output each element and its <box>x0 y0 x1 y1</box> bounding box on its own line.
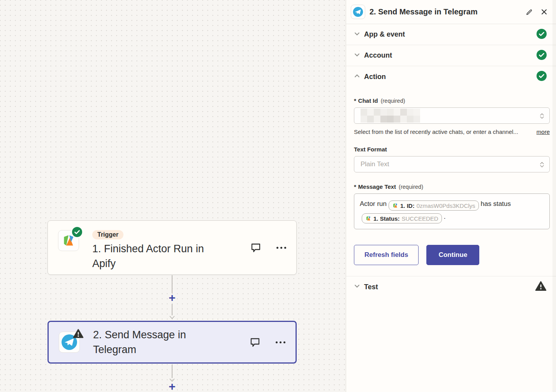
connector-line <box>172 365 172 378</box>
section-label: Action <box>364 73 386 81</box>
arrow-down-icon <box>169 314 175 321</box>
more-options-icon[interactable] <box>276 341 285 343</box>
step1-title: 1. Finished Actor Run in Apify <box>92 241 227 271</box>
section-action[interactable]: Action <box>346 66 556 87</box>
message-text-part: . <box>444 213 446 220</box>
apify-icon <box>392 202 398 209</box>
section-label: App & event <box>364 30 405 39</box>
edit-icon[interactable] <box>524 7 534 17</box>
more-options-icon[interactable] <box>276 247 286 249</box>
warning-icon <box>535 281 547 293</box>
workflow-canvas[interactable]: Trigger 1. Finished Actor Run in Apify + <box>0 0 346 392</box>
message-text-part: has status <box>481 200 511 207</box>
success-badge-icon <box>72 227 82 237</box>
section-app-event[interactable]: App & event <box>346 24 556 45</box>
section-label: Test <box>364 283 378 291</box>
action-form: *Chat Id(required) Select from the list … <box>346 87 556 276</box>
refresh-fields-button[interactable]: Refresh fields <box>354 245 419 265</box>
chat-id-label: *Chat Id(required) <box>354 97 550 104</box>
step-card-trigger[interactable]: Trigger 1. Finished Actor Run in Apify <box>48 220 297 275</box>
more-link[interactable]: more <box>537 128 550 135</box>
chevron-down-icon <box>354 283 360 291</box>
select-chevrons-icon <box>539 161 545 170</box>
chat-id-select[interactable] <box>354 107 550 124</box>
apify-app-chip <box>58 230 79 251</box>
check-circle-icon <box>537 71 547 83</box>
chat-id-helper-text: Select from the list of recently active … <box>354 128 518 135</box>
step-settings-panel: 2. Send Message in Telegram App & e <box>346 0 556 392</box>
warning-badge-icon <box>73 329 83 339</box>
section-test[interactable]: Test <box>346 276 556 297</box>
select-chevrons-icon <box>539 113 545 121</box>
chevron-down-icon <box>354 52 360 60</box>
chevron-down-icon <box>354 31 360 39</box>
telegram-icon <box>353 7 363 17</box>
section-account[interactable]: Account <box>346 45 556 66</box>
text-format-label: Text Format <box>354 146 550 153</box>
panel-scrollbar[interactable] <box>552 0 556 392</box>
continue-button[interactable]: Continue <box>426 245 479 265</box>
panel-header: 2. Send Message in Telegram <box>346 0 556 24</box>
telegram-app-chip <box>351 5 365 19</box>
field-token-id[interactable]: 1. ID:0zmasW0Pds3KDClys <box>389 200 479 211</box>
connector-line <box>172 275 172 293</box>
panel-title: 2. Send Message in Telegram <box>369 7 520 16</box>
text-format-select[interactable]: Plain Text <box>354 156 550 172</box>
chevron-up-icon <box>354 73 360 81</box>
add-step-button[interactable]: + <box>167 293 177 303</box>
add-step-button[interactable]: + <box>167 382 177 392</box>
close-icon[interactable] <box>540 8 548 16</box>
section-label: Account <box>364 51 392 60</box>
step-card-action[interactable]: 2. Send Message in Telegram <box>48 321 297 364</box>
message-text-input[interactable]: Actor run1. ID:0zmasW0Pds3KDClyshas stat… <box>354 193 550 229</box>
trigger-badge: Trigger <box>92 230 123 239</box>
message-text-part: Actor run <box>360 200 387 207</box>
check-circle-icon <box>537 29 547 40</box>
step2-title: 2. Send Message in Telegram <box>93 327 227 357</box>
message-text-label: *Message Text(required) <box>354 183 550 190</box>
text-format-value: Plain Text <box>361 160 389 168</box>
field-token-status[interactable]: 1. Status:SUCCEEDED <box>362 213 442 223</box>
comment-icon[interactable] <box>248 336 262 349</box>
redacted-chat-id-value <box>361 109 420 123</box>
comment-icon[interactable] <box>249 241 262 254</box>
check-circle-icon <box>537 50 547 62</box>
zap-editor: Trigger 1. Finished Actor Run in Apify + <box>0 0 556 392</box>
telegram-app-chip <box>59 332 80 353</box>
apify-icon <box>365 215 371 221</box>
